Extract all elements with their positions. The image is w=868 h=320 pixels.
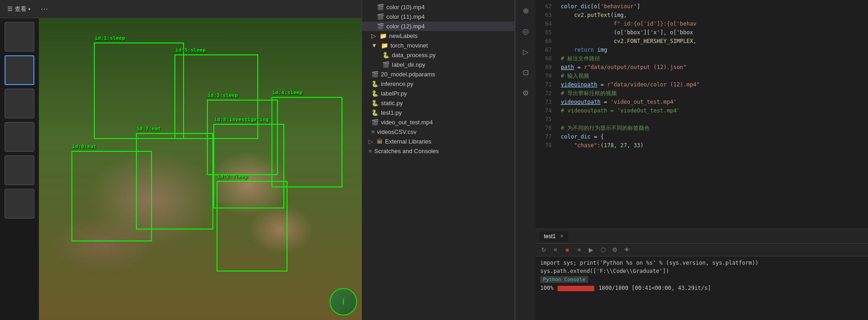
view-menu-label: 查看 bbox=[15, 5, 27, 13]
film-frame-3[interactable] bbox=[5, 89, 34, 118]
eyes-icon-button[interactable]: 👁 bbox=[623, 246, 631, 254]
terminal-tab-close-btn[interactable]: ✕ bbox=[560, 234, 564, 239]
file-tree-item-videoout[interactable]: 🎬 video_out_test.mp4 bbox=[362, 117, 515, 127]
terminal-tab-test1[interactable]: test1 ✕ bbox=[539, 231, 568, 241]
file-tree-item-extlibs[interactable]: ▷ 🏛 External Libraries bbox=[362, 137, 515, 146]
run-lines-button[interactable]: ≡ bbox=[575, 246, 583, 254]
bbox-id2: id:2:sleep bbox=[217, 181, 288, 272]
play-button[interactable]: ▶ bbox=[587, 246, 595, 254]
left-toolbar: ☰ 查看 ▾ ··· bbox=[0, 0, 362, 18]
python-file-icon: 🐍 bbox=[371, 109, 379, 116]
gear-icon-button[interactable]: ⚙ bbox=[611, 246, 619, 254]
refresh-button[interactable]: ↻ bbox=[539, 246, 548, 254]
terminal-icon-btn[interactable]: ⊡ bbox=[519, 65, 532, 79]
file-tree-item-test1[interactable]: 🐍 test1.py bbox=[362, 108, 515, 117]
code-area: 62 63 64 65 66 67 68 69 70 71 72 73 74 7… bbox=[536, 0, 868, 229]
list-button[interactable]: ≡ bbox=[551, 246, 559, 254]
film-frame-1[interactable] bbox=[5, 22, 34, 52]
file-label-20model: 20_model.pdparams bbox=[381, 71, 435, 78]
bbox-label-id4: id:4:sleep bbox=[272, 90, 303, 96]
film-strip bbox=[0, 18, 39, 320]
file-tree-item-scratches[interactable]: ≡ Scratches and Consoles bbox=[362, 146, 515, 156]
file-tree-item-color12[interactable]: 🎬 color (12).mp4 bbox=[362, 21, 515, 31]
bbox-label-id2: id:2:sleep bbox=[217, 174, 248, 180]
terminal-line-3: Python Console bbox=[540, 275, 863, 284]
file-label-labeldir: label_dir.npy bbox=[392, 61, 425, 68]
file-tree-item-20model[interactable]: 🎬 20_model.pdparams bbox=[362, 69, 515, 79]
file-tree-item-color10[interactable]: 🎬 color (10).mp4 bbox=[362, 2, 515, 12]
python-file-icon: 🐍 bbox=[371, 90, 379, 97]
bbox-label-id0: id:0:eat bbox=[72, 144, 97, 149]
video-file-icon: 🎬 bbox=[371, 119, 379, 126]
python-console-badge: Python Console bbox=[540, 276, 588, 283]
terminal-toolbar: ↻ ≡ ■ ≡ ▶ ⬡ ⚙ 👁 bbox=[536, 244, 868, 256]
layers-icon-btn[interactable]: ⊕ bbox=[519, 4, 532, 17]
bbox-label-id7: id:7:eat bbox=[137, 126, 161, 132]
file-label-test1: test1.py bbox=[381, 109, 402, 116]
video-overlay-button[interactable]: i bbox=[330, 288, 357, 315]
film-frame-5[interactable] bbox=[5, 155, 34, 185]
film-frame-2[interactable] bbox=[5, 55, 34, 85]
progress-bar bbox=[558, 286, 594, 291]
numpy-file-icon: 🎬 bbox=[382, 61, 390, 68]
film-frame-4[interactable] bbox=[5, 122, 34, 152]
python-file-icon: 🐍 bbox=[382, 52, 390, 59]
terminal-panel: test1 ✕ ↻ ≡ ■ ≡ ▶ ⬡ ⚙ 👁 import sys; prin… bbox=[536, 229, 868, 320]
bbox-label-id1: id:1:sleep bbox=[95, 35, 125, 41]
progress-bar-fill bbox=[558, 286, 594, 291]
file-tree-item-torch-movinet[interactable]: ▼ 📁 torch_movinet bbox=[362, 41, 515, 50]
terminal-line-2: sys.path.extend(['F:\\Code\\Graduate']) bbox=[540, 267, 863, 275]
film-frame-6[interactable] bbox=[5, 189, 34, 219]
folder-icon: ▷ bbox=[371, 32, 376, 39]
bbox-label-id3: id:3:sleep bbox=[208, 92, 238, 98]
params-file-icon: 🎬 bbox=[371, 71, 379, 78]
folder-file-icon: 📁 bbox=[381, 42, 388, 49]
file-label-labelpr: labelPr.py bbox=[381, 90, 407, 97]
terminal-tab-label: test1 bbox=[544, 233, 556, 240]
file-tree-item-videoscsv[interactable]: ≡ videosCSV.csv bbox=[362, 127, 515, 137]
folder-label-torch: torch_movinet bbox=[391, 42, 428, 49]
file-tree: 🎬 color (10).mp4 🎬 color (11).mp4 🎬 colo… bbox=[362, 0, 515, 320]
chevron-down-icon: ▾ bbox=[28, 7, 31, 11]
file-label-scratches: Scratches and Consoles bbox=[374, 148, 439, 155]
library-icon: 🏛 bbox=[377, 138, 383, 145]
play-icon-btn[interactable]: ▷ bbox=[519, 45, 532, 59]
file-label-color11: color (11).mp4 bbox=[386, 13, 425, 20]
csv-file-icon: ≡ bbox=[371, 128, 375, 135]
more-options-button[interactable]: ··· bbox=[38, 4, 51, 14]
video-area: id:1:sleep id:5:sleep id:3:sleep id:4:sl… bbox=[0, 18, 362, 320]
file-label-videoout: video_out_test.mp4 bbox=[381, 119, 433, 126]
file-tree-item-labeldir[interactable]: 🎬 label_dir.npy bbox=[362, 60, 515, 69]
folder-label-newlabels: newLabels bbox=[389, 32, 418, 39]
file-tree-item-color11[interactable]: 🎬 color (11).mp4 bbox=[362, 12, 515, 21]
file-tree-item-newlabels[interactable]: ▷ 📁 newLabels bbox=[362, 31, 515, 41]
file-tree-item-inference[interactable]: 🐍 inference.py bbox=[362, 79, 515, 89]
python-console-button[interactable]: ⬡ bbox=[599, 246, 607, 254]
video-file-icon: 🎬 bbox=[377, 13, 384, 20]
file-tree-item-static[interactable]: 🐍 static.py bbox=[362, 98, 515, 108]
python-file-icon: 🐍 bbox=[371, 80, 379, 87]
video-file-icon: 🎬 bbox=[377, 4, 384, 11]
stop-button[interactable]: ■ bbox=[563, 246, 571, 254]
bbox-label-id8: id:8:investigating bbox=[214, 117, 269, 123]
bbox-label-id5: id:5:sleep bbox=[175, 47, 206, 53]
target-icon-btn[interactable]: ◎ bbox=[519, 24, 532, 38]
bbox-id0: id:0:eat bbox=[71, 151, 152, 241]
line-numbers: 62 63 64 65 66 67 68 69 70 71 72 73 74 7… bbox=[536, 0, 556, 229]
terminal-line-4: 100% 1800/1800 [00:41<00:00, 43.29it/s] bbox=[540, 284, 863, 292]
folder-file-icon: 📁 bbox=[380, 32, 387, 39]
file-tree-item-dataprocess[interactable]: 🐍 data_process.py bbox=[362, 50, 515, 60]
side-icons-panel: ⊕ ◎ ▷ ⊡ ⚙ bbox=[515, 0, 536, 320]
folder-label-extlibs: External Libraries bbox=[385, 138, 431, 145]
file-tree-item-labelpr[interactable]: 🐍 labelPr.py bbox=[362, 89, 515, 98]
bbox-id1: id:1:sleep bbox=[94, 43, 184, 139]
center-side-wrapper: 🎬 color (10).mp4 🎬 color (11).mp4 🎬 colo… bbox=[362, 0, 536, 320]
terminal-content: import sys; print('Python %s on %s' % (s… bbox=[536, 256, 868, 320]
view-menu-button[interactable]: ☰ 查看 ▾ bbox=[5, 4, 33, 14]
file-label-color10: color (10).mp4 bbox=[386, 4, 425, 11]
settings-icon-btn[interactable]: ⚙ bbox=[519, 86, 532, 100]
terminal-tabs: test1 ✕ bbox=[536, 229, 868, 244]
folder-expand-icon: ▼ bbox=[371, 42, 377, 49]
library-expand-icon: ▷ bbox=[369, 138, 373, 145]
scratches-icon: ≡ bbox=[369, 148, 372, 155]
